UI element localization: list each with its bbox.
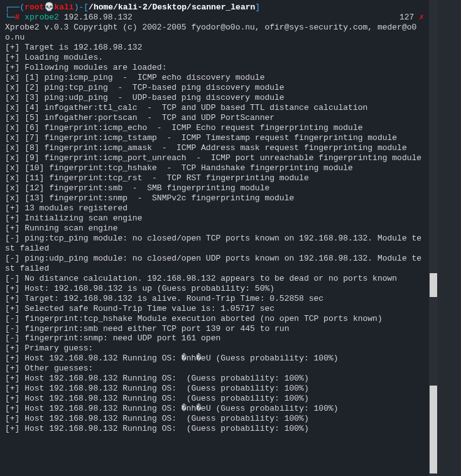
output-line: [+] Host: 192.168.98.132 is up (Guess pr… (5, 284, 424, 294)
command-name: xprobe2 (24, 13, 59, 22)
prompt-line-1: ┌──(root💀kali)-[/home/kali-2/Desktop/sca… (5, 3, 424, 13)
scrollbar-thumb[interactable] (430, 386, 437, 473)
output-line: [-] fingerprint:snmp: need UDP port 161 … (5, 333, 424, 343)
output-line: [+] Target: 192.168.98.132 is alive. Rou… (5, 294, 424, 304)
output-line: [x] [10] fingerprint:tcp_hshake - TCP Ha… (5, 163, 424, 173)
path-open-bracket: [ (84, 3, 89, 12)
output-line: [+] 13 modules registered (5, 203, 424, 214)
output-line: [+] Initializing scan engine (5, 214, 424, 224)
output-line: [+] Other guesses: (5, 364, 424, 374)
output-line: [+] Host 192.168.98.132 Running OS: �nh�… (5, 404, 424, 414)
output-line: [x] [7] fingerprint:icmp_tstamp - ICMP T… (5, 133, 424, 143)
output-line: [+] Host 192.168.98.132 Running OS: (Gue… (5, 414, 424, 424)
prompt-line-2: 127 ✗└─# xprobe2 192.168.98.132 (5, 13, 424, 23)
path-close-bracket: ] (255, 3, 260, 12)
output-line: [+] Selected safe Round-Trip Time value … (5, 304, 424, 314)
skull-icon: 💀 (44, 3, 54, 12)
output-line: [-] ping:tcp_ping module: no closed/open… (5, 234, 424, 254)
output-line: [x] [8] fingerprint:icmp_amask - ICMP Ad… (5, 143, 424, 153)
output-line: [x] [2] ping:tcp_ping - TCP-based ping d… (5, 83, 424, 93)
output-line: [-] ping:udp_ping module: no closed/open… (5, 254, 424, 274)
prompt-hash: # (15, 13, 20, 22)
output-line: [x] [5] infogather:portscan - TCP and UD… (5, 113, 424, 123)
output-line: [x] [13] fingerprint:snmp - SNMPv2c fing… (5, 193, 424, 203)
output-line: [+] Host 192.168.98.132 Running OS: (Gue… (5, 384, 424, 394)
prompt-decoration: ┌──( (5, 3, 24, 12)
prompt-cwd: /home/kali-2/Desktop/scanner_learn (89, 3, 255, 12)
output-copyright: Xprobe2 v.0.3 Copyright (c) 2002-2005 fy… (5, 23, 424, 43)
output-line: [+] Running scan engine (5, 224, 424, 234)
output-line: [-] No distance calculation. 192.168.98.… (5, 274, 424, 284)
output-line: [+] Host 192.168.98.132 Running OS: (Gue… (5, 424, 424, 434)
output-line: [x] [11] fingerprint:tcp_rst - TCP RST f… (5, 173, 424, 183)
output-line: [+] Loading modules. (5, 53, 424, 63)
output-line: [+] Primary guess: (5, 343, 424, 354)
output-line: [+] Host 192.168.98.132 Running OS: �nh�… (5, 354, 424, 364)
output-line: [x] [12] fingerprint:smb - SMB fingerpri… (5, 183, 424, 193)
prompt-decoration: └─ (5, 13, 15, 22)
prompt-user: root (24, 3, 44, 12)
output-line: [x] [3] ping:udp_ping - UDP-based ping d… (5, 93, 424, 103)
output-line: [+] Host 192.168.98.132 Running OS: (Gue… (5, 374, 424, 384)
exit-code-value: 127 (399, 13, 419, 22)
output-line: [+] Following modules are loaded: (5, 63, 424, 73)
exit-fail-icon: ✗ (419, 13, 424, 22)
command-args: 192.168.98.132 (59, 13, 133, 22)
right-side-panel (438, 0, 461, 476)
output-line: [-] fingerprint:smb need either TCP port… (5, 324, 424, 334)
output-line: [x] [6] fingerprint:icmp_echo - ICMP Ech… (5, 123, 424, 133)
output-line: [x] [9] fingerprint:icmp_port_unreach - … (5, 153, 424, 163)
exit-status: 127 ✗ (399, 13, 424, 23)
output-line: [+] Host 192.168.98.132 Running OS: (Gue… (5, 394, 424, 404)
terminal-pane[interactable]: ┌──(root💀kali)-[/home/kali-2/Desktop/sca… (0, 0, 429, 476)
output-line: [x] [1] ping:icmp_ping - ICMP echo disco… (5, 73, 424, 83)
prompt-host: kali (54, 3, 73, 12)
output-line: [+] Target is 192.168.98.132 (5, 43, 424, 53)
prompt-decoration: )- (74, 3, 84, 12)
scrollbar-track[interactable] (429, 0, 438, 476)
scrollbar-thumb[interactable] (430, 273, 437, 297)
output-line: [-] fingerprint:tcp_hshake Module execut… (5, 314, 424, 324)
output-line: [x] [4] infogather:ttl_calc - TCP and UD… (5, 103, 424, 113)
